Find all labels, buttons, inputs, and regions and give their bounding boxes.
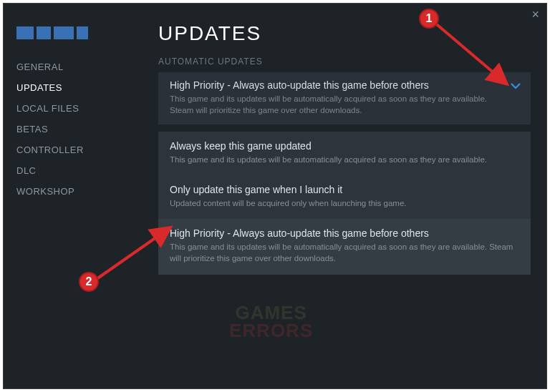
dropdown-option-on-launch[interactable]: Only update this game when I launch it U…: [158, 175, 531, 219]
option-desc: This game and its updates will be automa…: [170, 154, 519, 165]
sidebar-item-general[interactable]: GENERAL: [15, 57, 137, 77]
page-title: UPDATES: [158, 22, 531, 45]
dropdown-selected-desc: This game and its updates will be automa…: [170, 93, 502, 116]
annotation-badge-2: 2: [79, 272, 99, 292]
option-title: Only update this game when I launch it: [170, 184, 519, 195]
dropdown-list: Always keep this game updated This game …: [158, 132, 531, 274]
settings-window: × GENERAL UPDATES LOCAL FILES BETAS CONT…: [3, 3, 547, 389]
sidebar: GENERAL UPDATES LOCAL FILES BETAS CONTRO…: [15, 26, 137, 202]
logo-block: [77, 26, 88, 39]
option-title: High Priority - Always auto-update this …: [170, 227, 519, 239]
close-icon[interactable]: ×: [531, 8, 539, 21]
sidebar-item-local-files[interactable]: LOCAL FILES: [15, 98, 137, 119]
logo-block: [54, 26, 74, 39]
option-desc: Updated content will be acquired only wh…: [170, 197, 519, 209]
chevron-down-icon: [511, 82, 521, 92]
annotation-badge-1: 1: [419, 9, 439, 29]
dropdown-option-always-updated[interactable]: Always keep this game updated This game …: [158, 132, 531, 175]
sidebar-item-dlc[interactable]: DLC: [15, 160, 137, 181]
sidebar-item-workshop[interactable]: WORKSHOP: [15, 181, 137, 202]
update-dropdown[interactable]: High Priority - Always auto-update this …: [158, 72, 531, 124]
sidebar-item-betas[interactable]: BETAS: [15, 119, 137, 139]
game-logo: [15, 26, 137, 39]
option-title: Always keep this game updated: [170, 140, 519, 152]
watermark: GAMES ERRORS: [229, 304, 313, 339]
option-desc: This game and its updates will be automa…: [170, 241, 519, 264]
watermark-line2: ERRORS: [229, 322, 313, 340]
watermark-line1: GAMES: [229, 304, 313, 322]
main-panel: UPDATES AUTOMATIC UPDATES High Priority …: [158, 22, 531, 275]
dropdown-option-high-priority[interactable]: High Priority - Always auto-update this …: [158, 219, 531, 274]
sidebar-item-updates[interactable]: UPDATES: [15, 77, 137, 98]
dropdown-selected-title: High Priority - Always auto-update this …: [170, 79, 502, 91]
sidebar-item-controller[interactable]: CONTROLLER: [15, 139, 137, 160]
section-header: AUTOMATIC UPDATES: [158, 57, 531, 67]
logo-block: [37, 26, 51, 39]
logo-block: [16, 26, 34, 39]
